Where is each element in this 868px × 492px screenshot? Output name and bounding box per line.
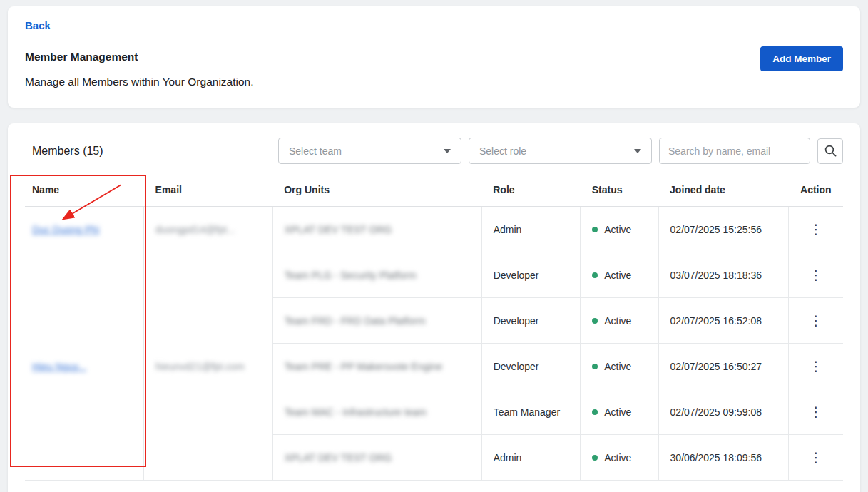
- header-card: Back Member Management Manage all Member…: [8, 6, 860, 108]
- page: Back Member Management Manage all Member…: [0, 6, 868, 492]
- org-unit-text: Team PRE - PP Makersvote Engine: [285, 361, 443, 372]
- status-cell: Active: [581, 298, 658, 344]
- team-select-placeholder: Select team: [289, 145, 342, 157]
- org-unit-cell: Team FRD - FRD Data Platform: [272, 298, 481, 344]
- role-cell: Admin: [481, 207, 580, 252]
- header-text-block: Member Management Manage all Members wit…: [25, 51, 254, 88]
- member-name-cell: Hieu Nguy...: [25, 252, 144, 481]
- kebab-menu-button[interactable]: ⋮: [803, 265, 829, 285]
- filters: Select team Select role: [278, 138, 843, 164]
- status-label: Active: [604, 224, 631, 235]
- org-unit-text: Team PLG - Security Platform: [285, 270, 417, 281]
- action-cell: ⋮: [789, 298, 843, 344]
- status-cell: Active: [581, 344, 658, 389]
- column-header-org-units: Org Units: [272, 175, 481, 207]
- page-title: Member Management: [25, 51, 254, 63]
- role-cell: Developer: [481, 298, 580, 344]
- member-name-link[interactable]: Duc Duong Phi: [32, 224, 99, 235]
- chevron-down-icon: [444, 149, 451, 153]
- role-cell: Admin: [481, 435, 580, 481]
- action-cell: ⋮: [789, 207, 843, 252]
- role-cell: Developer: [481, 252, 580, 298]
- search-input[interactable]: [659, 138, 810, 164]
- action-cell: ⋮: [789, 389, 843, 435]
- kebab-menu-icon: ⋮: [810, 267, 823, 282]
- status-cell: Active: [581, 389, 658, 435]
- search-button[interactable]: [817, 138, 843, 164]
- role-cell: Developer: [481, 344, 580, 389]
- joined-date-cell: 02/07/2025 16:52:08: [658, 298, 789, 344]
- kebab-menu-button[interactable]: ⋮: [803, 447, 829, 468]
- status-label: Active: [604, 406, 631, 418]
- status-label: Active: [604, 270, 631, 281]
- team-select[interactable]: Select team: [278, 138, 461, 164]
- kebab-menu-icon: ⋮: [810, 313, 823, 328]
- kebab-menu-button[interactable]: ⋮: [803, 401, 829, 422]
- role-cell: Team Manager: [481, 389, 580, 435]
- member-email-cell: hieunvd21@fpt.com: [144, 252, 273, 481]
- org-unit-text: XPLAT DEV TEST ORG: [285, 224, 392, 235]
- role-select-placeholder: Select role: [479, 145, 526, 157]
- column-header-action: Action: [789, 175, 843, 207]
- org-unit-text: Team FRD - FRD Data Platform: [285, 315, 426, 327]
- role-select[interactable]: Select role: [469, 138, 652, 164]
- action-cell: ⋮: [789, 344, 843, 389]
- status-dot-icon: [592, 227, 598, 232]
- status-dot-icon: [592, 364, 598, 369]
- joined-date-cell: 02/07/2025 16:50:27: [658, 344, 789, 389]
- status-dot-icon: [592, 318, 598, 324]
- kebab-menu-icon: ⋮: [810, 359, 823, 374]
- status-label: Active: [604, 361, 631, 372]
- kebab-menu-button[interactable]: ⋮: [803, 219, 829, 240]
- org-unit-cell: Team PLG - Security Platform: [272, 252, 481, 298]
- column-header-status: Status: [581, 175, 658, 207]
- column-header-role: Role: [481, 175, 580, 207]
- status-cell: Active: [581, 435, 658, 481]
- kebab-menu-icon: ⋮: [810, 450, 823, 465]
- members-table: NameEmailOrg UnitsRoleStatusJoined dateA…: [25, 175, 843, 481]
- column-header-name: Name: [25, 175, 144, 207]
- back-link[interactable]: Back: [25, 19, 51, 31]
- member-email-text: duongpd14@fpt...: [155, 224, 235, 235]
- chevron-down-icon: [634, 149, 641, 153]
- org-unit-text: XPLAT DEV TEST ORG: [285, 452, 392, 463]
- org-unit-cell: Team MAC - Infrastructure team: [272, 389, 481, 435]
- table-row: Hieu Nguy...hieunvd21@fpt.comTeam PLG - …: [25, 252, 843, 298]
- members-card: Members (15) Select team Select role: [8, 123, 860, 492]
- kebab-menu-button[interactable]: ⋮: [803, 310, 829, 331]
- member-name-link[interactable]: Hieu Nguy...: [32, 361, 86, 372]
- member-email-cell: duongpd14@fpt...: [144, 207, 273, 252]
- status-label: Active: [604, 452, 631, 463]
- org-unit-cell: XPLAT DEV TEST ORG: [272, 207, 481, 252]
- kebab-menu-icon: ⋮: [810, 404, 823, 419]
- header-row: Member Management Manage all Members wit…: [25, 51, 843, 88]
- kebab-menu-button[interactable]: ⋮: [803, 356, 829, 376]
- joined-date-cell: 02/07/2025 15:25:56: [658, 207, 789, 252]
- search-icon: [824, 144, 837, 158]
- members-count-title: Members (15): [25, 145, 103, 158]
- kebab-menu-icon: ⋮: [810, 222, 823, 237]
- org-unit-text: Team MAC - Infrastructure team: [285, 406, 427, 418]
- action-cell: ⋮: [789, 252, 843, 298]
- members-toolbar: Members (15) Select team Select role: [25, 138, 843, 164]
- page-subtitle: Manage all Members within Your Organizat…: [25, 76, 254, 88]
- member-name-cell: Duc Duong Phi: [25, 207, 144, 252]
- table-row: Duc Duong Phiduongpd14@fpt...XPLAT DEV T…: [25, 207, 843, 252]
- org-unit-cell: Team PRE - PP Makersvote Engine: [272, 344, 481, 389]
- status-dot-icon: [592, 272, 598, 278]
- joined-date-cell: 03/07/2025 18:18:36: [658, 252, 789, 298]
- column-header-email: Email: [144, 175, 273, 207]
- status-label: Active: [604, 315, 631, 327]
- joined-date-cell: 30/06/2025 18:09:56: [658, 435, 789, 481]
- status-dot-icon: [592, 455, 598, 461]
- column-header-joined-date: Joined date: [658, 175, 789, 207]
- table-header-row: NameEmailOrg UnitsRoleStatusJoined dateA…: [25, 175, 843, 207]
- joined-date-cell: 02/07/2025 09:59:08: [658, 389, 789, 435]
- member-email-text: hieunvd21@fpt.com: [155, 361, 245, 372]
- status-cell: Active: [581, 252, 658, 298]
- action-cell: ⋮: [789, 435, 843, 481]
- org-unit-cell: XPLAT DEV TEST ORG: [272, 435, 481, 481]
- status-dot-icon: [592, 409, 598, 415]
- add-member-button[interactable]: Add Member: [760, 46, 843, 71]
- status-cell: Active: [581, 207, 658, 252]
